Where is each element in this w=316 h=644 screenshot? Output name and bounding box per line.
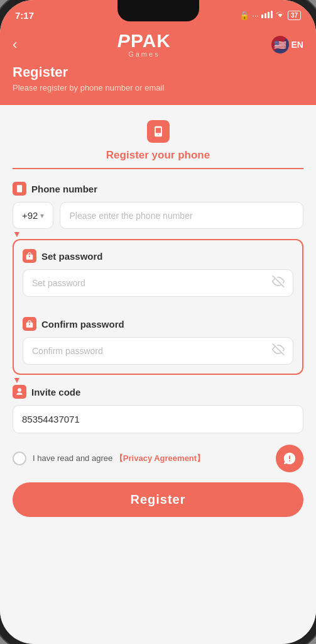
phone-input[interactable] bbox=[60, 202, 303, 229]
phone-label: Phone number bbox=[13, 182, 303, 196]
country-code-button[interactable]: +92 ▾ bbox=[13, 202, 53, 229]
status-time: 7:17 bbox=[15, 10, 34, 21]
phone-tab-label: Register your phone bbox=[106, 149, 210, 162]
battery-icon: 37 bbox=[288, 11, 301, 20]
confirm-password-icon bbox=[23, 317, 36, 331]
page-title: Register bbox=[13, 64, 303, 80]
logo-sub: Games bbox=[128, 50, 160, 58]
page-subtitle: Please register by phone number or email bbox=[13, 83, 303, 92]
password-divider bbox=[23, 307, 293, 317]
invite-code-label-text: Invite code bbox=[31, 387, 80, 397]
status-icons: 🔒 ··· 37 bbox=[239, 11, 301, 20]
chevron-down-icon: ▾ bbox=[40, 211, 44, 220]
notch bbox=[117, 0, 199, 21]
privacy-agreement-link[interactable]: 【Privacy Agreement】 bbox=[115, 453, 205, 463]
svg-rect-1 bbox=[264, 13, 266, 18]
invite-code-icon bbox=[13, 385, 26, 399]
set-password-icon bbox=[23, 249, 36, 263]
confirm-password-section: Confirm password bbox=[23, 317, 293, 365]
set-password-label: Set password bbox=[23, 249, 293, 263]
invite-code-value: 85354437071 bbox=[13, 405, 303, 433]
country-code-value: +92 bbox=[22, 210, 38, 221]
tab-section: Register your phone bbox=[13, 120, 303, 169]
signal-icon bbox=[261, 11, 273, 20]
svg-rect-3 bbox=[271, 11, 273, 18]
phone-label-icon bbox=[13, 182, 26, 196]
wifi-icon bbox=[275, 11, 285, 20]
confirm-password-field-wrapper bbox=[23, 337, 293, 365]
phone-row: +92 ▾ bbox=[13, 202, 303, 229]
flag-icon: 🇺🇸 bbox=[271, 36, 289, 53]
invite-code-section: Invite code 85354437071 bbox=[13, 385, 303, 433]
agreement-text: I have read and agree 【Privacy Agreement… bbox=[33, 453, 270, 464]
phone-section: Phone number +92 ▾ bbox=[13, 182, 303, 229]
back-button[interactable]: ‹ bbox=[13, 36, 17, 53]
svg-rect-0 bbox=[261, 14, 263, 18]
agreement-static-text: I have read and agree bbox=[33, 453, 112, 463]
language-button[interactable]: 🇺🇸 EN bbox=[271, 36, 303, 53]
set-password-input[interactable] bbox=[23, 269, 293, 297]
confirm-password-label-text: Confirm password bbox=[41, 319, 124, 330]
app-header: ‹ PPAK Games 🇺🇸 EN Register Please regis… bbox=[0, 28, 316, 105]
register-button[interactable]: Register bbox=[13, 482, 303, 517]
logo: PPAK Games bbox=[117, 31, 171, 58]
toggle-password-icon[interactable] bbox=[272, 275, 285, 291]
phone-label-text: Phone number bbox=[31, 184, 97, 194]
tab-underline bbox=[13, 168, 303, 169]
set-password-section: Set password bbox=[23, 249, 293, 297]
agreement-checkbox[interactable] bbox=[13, 452, 26, 465]
logo-main: PPAK bbox=[117, 31, 171, 50]
set-password-field-wrapper bbox=[23, 269, 293, 297]
confirm-password-label: Confirm password bbox=[23, 317, 293, 331]
phone-tab-icon bbox=[147, 120, 170, 143]
status-dots: ··· bbox=[252, 11, 259, 20]
confirm-password-input[interactable] bbox=[23, 337, 293, 365]
password-section: Set password bbox=[13, 239, 303, 375]
toggle-confirm-password-icon[interactable] bbox=[272, 343, 285, 359]
invite-code-label: Invite code bbox=[13, 385, 303, 399]
svg-rect-2 bbox=[268, 12, 270, 18]
privacy-indicator: 🔒 bbox=[239, 11, 249, 20]
phone-frame: 7:17 🔒 ··· 37 ‹ bbox=[0, 0, 316, 644]
main-content: Register your phone Phone number +92 ▾ bbox=[0, 105, 316, 640]
chat-support-button[interactable] bbox=[276, 445, 303, 472]
agreement-row: I have read and agree 【Privacy Agreement… bbox=[13, 445, 303, 472]
language-label: EN bbox=[291, 40, 303, 50]
set-password-label-text: Set password bbox=[41, 251, 103, 262]
